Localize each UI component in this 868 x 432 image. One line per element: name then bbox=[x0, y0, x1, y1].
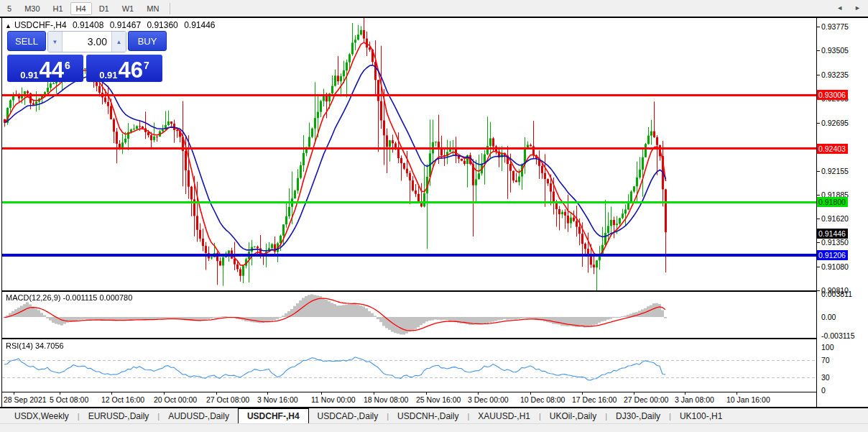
time-tick-mark bbox=[737, 392, 737, 395]
time-tick-label: 25 Nov 16:00 bbox=[416, 395, 461, 404]
buy-price-big: 46 bbox=[119, 61, 143, 80]
macd-label: MACD(12,26,9) -0.001115 0.000780 bbox=[6, 293, 132, 302]
close-value: 0.91446 bbox=[184, 20, 215, 30]
one-click-trading-panel: SELL ▼ 3.00 ▲ BUY 0.91 44 6 0.91 46 7 bbox=[7, 31, 168, 82]
price-tick-mark bbox=[817, 242, 820, 243]
price-tick-label: 0.91080 bbox=[821, 262, 849, 271]
volume-increase-button[interactable]: ▲ bbox=[111, 32, 126, 52]
chart-tab-eurusd[interactable]: EURUSD-,Daily bbox=[80, 408, 158, 423]
hline-093006[interactable] bbox=[2, 94, 816, 96]
macd-axis-label: -0.003115 bbox=[821, 331, 855, 340]
price-tick-label: 0.91620 bbox=[821, 214, 849, 223]
volume-input[interactable]: 3.00 bbox=[63, 32, 111, 52]
price-tick-mark bbox=[817, 27, 820, 27]
hline-091800[interactable] bbox=[2, 201, 816, 203]
status-bar bbox=[0, 423, 868, 432]
rsi-axis-label: 0 bbox=[821, 386, 826, 395]
support-price-badge: 0.91206 bbox=[817, 250, 848, 260]
hline-091206[interactable] bbox=[2, 254, 816, 257]
tab-scroll-left-icon[interactable]: ◄ bbox=[836, 4, 843, 12]
time-tick-label: 10 Dec 08:00 bbox=[520, 395, 565, 404]
price-tick-mark bbox=[817, 123, 820, 124]
time-tick-mark bbox=[321, 392, 322, 395]
time-tick-mark bbox=[14, 392, 14, 395]
pivot-price-badge: 0.91800 bbox=[817, 197, 848, 207]
chart-tab-ukoil[interactable]: UKOil-,Daily bbox=[541, 408, 605, 423]
price-tick-label: 0.91350 bbox=[821, 238, 849, 247]
resistance-1-price-badge: 0.93006 bbox=[817, 90, 848, 100]
time-axis[interactable]: 28 Sep 20215 Oct 08:0012 Oct 16:0020 Oct… bbox=[2, 392, 816, 407]
macd-axis-label: 0.00 bbox=[821, 313, 836, 321]
collapse-arrow-icon[interactable]: ▲ bbox=[5, 22, 11, 29]
price-tick-label: 0.93235 bbox=[821, 70, 849, 79]
price-tick-mark bbox=[817, 219, 820, 219]
chart-tab-usdcnh[interactable]: USDCNH-,Daily bbox=[389, 408, 467, 423]
open-value: 0.91408 bbox=[73, 20, 103, 30]
time-tick-mark bbox=[267, 392, 268, 395]
chart-tab-usdcad[interactable]: USDCAD-,Daily bbox=[309, 408, 387, 423]
sell-price-prefix: 0.91 bbox=[20, 70, 38, 80]
price-tick-mark bbox=[817, 267, 820, 267]
timeframe-button-m30[interactable]: M30 bbox=[19, 2, 45, 15]
time-tick-label: 17 Dec 16:00 bbox=[572, 395, 617, 404]
price-tick-label: 0.92155 bbox=[821, 167, 849, 175]
macd-panel-separator[interactable] bbox=[1, 290, 817, 292]
buy-button[interactable]: BUY bbox=[128, 31, 167, 51]
chart-tab-audusd[interactable]: AUDUSD-,Daily bbox=[160, 408, 238, 423]
price-axis[interactable]: 0.937750.935050.932350.929650.926950.921… bbox=[817, 18, 868, 407]
buy-price-prefix: 0.91 bbox=[99, 70, 117, 80]
chart-tab-usdchf[interactable]: USDCHF-,H4 bbox=[238, 408, 309, 423]
rsi-panel-separator[interactable] bbox=[1, 338, 817, 339]
time-tick-mark bbox=[164, 392, 165, 395]
rsi-axis-label: 70 bbox=[821, 356, 830, 364]
time-tick-mark bbox=[60, 392, 60, 395]
toolbar-separator bbox=[170, 3, 170, 14]
volume-spinner: ▼ 3.00 ▲ bbox=[47, 31, 126, 52]
time-tick-mark bbox=[530, 392, 531, 395]
buy-price-display[interactable]: 0.91 46 7 bbox=[86, 55, 162, 82]
time-tick-label: 12 Oct 16:00 bbox=[101, 395, 144, 404]
volume-decrease-button[interactable]: ▼ bbox=[48, 32, 63, 52]
buy-price-pip: 7 bbox=[144, 60, 149, 71]
rsi-indicator-canvas[interactable] bbox=[2, 339, 816, 392]
rsi-axis-label: 100 bbox=[821, 343, 834, 351]
time-tick-mark bbox=[216, 392, 217, 395]
time-tick-label: 5 Oct 08:00 bbox=[50, 395, 88, 404]
time-tick-mark bbox=[582, 392, 583, 395]
price-tick-mark bbox=[817, 195, 820, 196]
time-tick-mark bbox=[478, 392, 479, 395]
chart-tab-dj30[interactable]: DJ30-,Daily bbox=[607, 408, 669, 423]
time-tick-mark bbox=[374, 392, 374, 395]
resistance-2-price-badge: 0.92403 bbox=[817, 144, 848, 154]
timeframe-button-5[interactable]: 5 bbox=[1, 2, 17, 15]
time-tick-label: 3 Jan 08:00 bbox=[675, 395, 714, 404]
time-tick-label: 3 Nov 16:00 bbox=[257, 395, 298, 404]
hline-092403[interactable] bbox=[2, 147, 816, 150]
time-tick-label: 20 Oct 00:00 bbox=[154, 395, 197, 404]
timeframe-button-mn[interactable]: MN bbox=[141, 2, 165, 15]
price-tick-label: 0.92695 bbox=[821, 119, 849, 127]
tab-scroll-buttons: ◄ ► bbox=[836, 0, 861, 15]
current-price-badge: 0.91446 bbox=[817, 229, 848, 239]
rsi-axis-label: 30 bbox=[821, 373, 830, 382]
timeframe-button-h4[interactable]: H4 bbox=[70, 2, 92, 15]
price-tick-mark bbox=[817, 50, 820, 51]
timeframe-button-w1[interactable]: W1 bbox=[116, 2, 140, 15]
timeframe-button-h1[interactable]: H1 bbox=[47, 2, 69, 15]
tab-scroll-right-icon[interactable]: ► bbox=[854, 4, 861, 12]
chart-tab-uk100[interactable]: UK100-,H1 bbox=[671, 408, 731, 423]
time-tick-mark bbox=[111, 392, 112, 395]
timeframe-button-d1[interactable]: D1 bbox=[93, 2, 115, 15]
symbol-period-label: USDCHF-,H4 bbox=[14, 20, 67, 30]
sell-price-display[interactable]: 0.91 44 6 bbox=[7, 55, 83, 82]
chart-tab-usdx[interactable]: USDX,Weekly bbox=[6, 408, 78, 423]
chart-tab-xauusd[interactable]: XAUUSD-,H1 bbox=[469, 408, 539, 423]
price-tick-mark bbox=[817, 171, 820, 172]
sell-button[interactable]: SELL bbox=[7, 31, 46, 51]
rsi-label: RSI(14) 34.7056 bbox=[6, 341, 64, 350]
time-tick-mark bbox=[426, 392, 427, 395]
chart-title: ▲USDCHF-,H4 0.91408 0.91467 0.91360 0.91… bbox=[5, 20, 219, 30]
chart-tab-bar: USDX,Weekly|EURUSD-,Daily|AUDUSD-,DailyU… bbox=[0, 408, 868, 423]
price-tick-mark bbox=[817, 290, 820, 291]
time-tick-label: 27 Dec 00:00 bbox=[624, 395, 668, 404]
